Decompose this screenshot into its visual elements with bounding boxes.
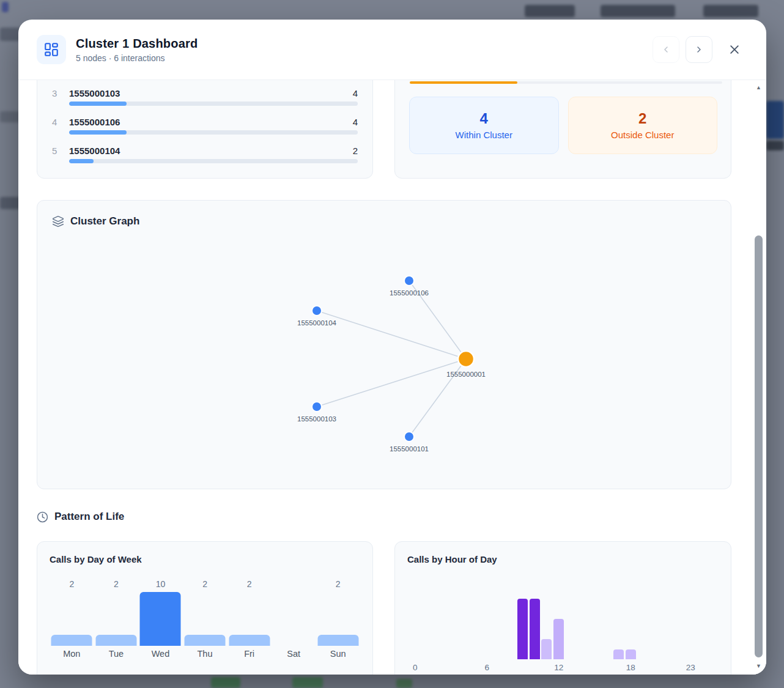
hour-bar[interactable] (626, 649, 636, 660)
close-icon (728, 43, 741, 56)
scroll-up-arrow-icon[interactable]: ▲ (752, 84, 765, 91)
contact-bar-track (69, 159, 358, 163)
day-column: Sat (272, 542, 316, 659)
dimmed-page-background: Cluster 1 Dashboard 5 nodes · 6 interact… (0, 0, 784, 688)
hour-bar[interactable] (613, 649, 624, 660)
hour-axis-tick-label: 18 (626, 663, 635, 672)
day-bar[interactable] (317, 635, 358, 646)
clock-icon (37, 511, 48, 523)
background-map-marker (292, 677, 323, 688)
hour-bar[interactable] (541, 639, 552, 659)
contact-rank: 3 (52, 88, 69, 98)
calls-by-day-chart: 2Mon2Tue10Wed2Thu2FriSat2Sun (50, 542, 360, 659)
chevron-right-icon (694, 45, 704, 54)
day-column: 2Tue (94, 542, 139, 659)
day-column: 2Mon (50, 542, 94, 659)
graph-node-label: 1555000103 (297, 415, 336, 423)
modal-scrollbar[interactable]: ▲ ▼ (752, 80, 765, 675)
background-toolbar-button (525, 5, 575, 17)
modal-titles: Cluster 1 Dashboard 5 nodes · 6 interact… (76, 37, 646, 63)
day-bar[interactable] (229, 635, 270, 646)
interaction-stat-cards: 4 Within Cluster 2 Outside Cluster (409, 97, 717, 154)
day-column: 2Fri (227, 542, 272, 659)
day-bar[interactable] (95, 635, 136, 646)
background-map-fragment (766, 141, 784, 150)
ratio-bar-fill (410, 81, 517, 84)
next-cluster-button[interactable] (686, 36, 712, 63)
modal-title: Cluster 1 Dashboard (76, 37, 646, 51)
within-cluster-card: 4 Within Cluster (409, 97, 559, 154)
graph-node[interactable] (458, 351, 474, 367)
scrollbar-thumb[interactable] (755, 235, 763, 657)
day-value-label: 2 (183, 579, 227, 589)
contact-count: 4 (353, 88, 358, 98)
contact-rank: 5 (52, 146, 69, 156)
background-map-marker (211, 677, 240, 688)
chevron-left-icon (661, 45, 671, 54)
graph-node[interactable] (312, 306, 322, 316)
graph-node[interactable] (404, 432, 414, 442)
graph-node[interactable] (312, 402, 322, 412)
day-value-label: 2 (316, 579, 360, 589)
day-axis-label: Mon (50, 649, 94, 659)
hour-bar[interactable] (530, 599, 540, 659)
calls-by-day-card: Calls by Day of Week 2Mon2Tue10Wed2Thu2F… (37, 541, 373, 675)
background-toolbar-button (703, 5, 758, 17)
contact-bar-track (69, 102, 358, 106)
modal-subtitle: 5 nodes · 6 interactions (76, 53, 646, 63)
day-axis-label: Wed (138, 649, 183, 659)
day-column: 2Thu (183, 542, 227, 659)
contact-bar-fill (69, 159, 94, 163)
day-value-label: 2 (227, 579, 272, 589)
contact-number: 1555000104 (69, 146, 353, 156)
day-bar[interactable] (140, 592, 181, 646)
day-axis-label: Fri (227, 649, 272, 659)
contact-number: 1555000103 (69, 88, 353, 98)
top-contacts-panel: 315550001034415550001064515550001042 (37, 80, 373, 179)
pattern-of-life-title: Pattern of Life (54, 511, 124, 523)
scroll-down-arrow-icon[interactable]: ▼ (752, 663, 765, 669)
day-value-label: 2 (94, 579, 139, 589)
day-value-label: 2 (50, 579, 94, 589)
within-cluster-label: Within Cluster (456, 130, 512, 140)
contact-bar-fill (69, 130, 127, 135)
hour-bar[interactable] (517, 599, 528, 659)
dashboard-icon-box (37, 35, 66, 64)
day-column: 10Wed (138, 542, 183, 659)
contact-bar-fill (69, 102, 127, 106)
graph-edge (317, 311, 466, 359)
cluster-graph-canvas[interactable]: 1555000001155500010615550001041555000103… (37, 201, 731, 489)
hour-bar[interactable] (553, 619, 564, 659)
hour-axis-tick-label: 12 (554, 663, 563, 672)
contact-list-item[interactable]: 315550001034 (52, 87, 358, 106)
graph-node[interactable] (404, 276, 414, 286)
close-modal-button[interactable] (721, 36, 748, 63)
modal-body: 315550001034415550001064515550001042 4 W… (18, 80, 766, 675)
day-bar[interactable] (185, 635, 226, 646)
contact-line: 515550001042 (52, 145, 358, 156)
hour-axis-tick-label: 0 (413, 663, 418, 672)
calls-by-hour-card: Calls by Hour of Day 06121823 (394, 541, 731, 675)
interactions-panel: 4 Within Cluster 2 Outside Cluster (394, 80, 731, 179)
contact-list-item[interactable]: 515550001042 (52, 145, 358, 163)
cluster-graph-panel: Cluster Graph 15550000011555000106155500… (37, 200, 731, 489)
day-bar[interactable] (51, 635, 92, 646)
contact-rank: 4 (52, 117, 69, 127)
day-axis-label: Tue (94, 649, 139, 659)
ratio-bar-track (410, 81, 722, 84)
background-logo (2, 2, 9, 12)
background-toolbar-button (601, 5, 675, 17)
day-value-label: 10 (138, 579, 183, 589)
previous-cluster-button[interactable] (653, 36, 679, 63)
hour-axis-tick-label: 23 (686, 663, 695, 672)
contact-line: 415550001064 (52, 116, 358, 127)
calls-by-hour-chart (409, 542, 697, 659)
contact-count: 4 (353, 117, 358, 127)
graph-edge (317, 359, 466, 407)
pattern-of-life-header: Pattern of Life (37, 511, 124, 523)
background-map-marker (396, 679, 412, 688)
contact-number: 1555000106 (69, 117, 353, 127)
graph-node-label: 1555000104 (297, 319, 337, 327)
contact-list-item[interactable]: 415550001064 (52, 116, 358, 135)
cluster-dashboard-modal: Cluster 1 Dashboard 5 nodes · 6 interact… (18, 20, 766, 675)
